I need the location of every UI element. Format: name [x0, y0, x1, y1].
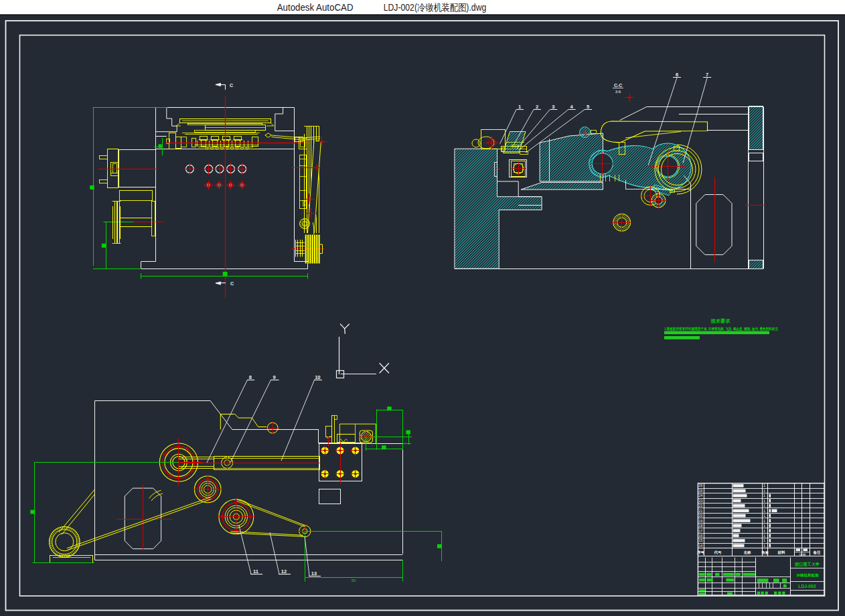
svg-text:15: 15	[699, 538, 703, 542]
svg-text:50: 50	[352, 579, 356, 583]
svg-text:1.装配前所有零件均需清洗干净, 不得有毛刺, 飞边, 氧化: 1.装配前所有零件均需清洗干净, 不得有毛刺, 飞边, 氧化皮, 锈蚀, 油污,…	[664, 327, 778, 331]
svg-text:代号: 代号	[713, 550, 722, 555]
svg-text:7: 7	[706, 72, 708, 78]
svg-text:1: 1	[763, 529, 765, 533]
svg-text:13: 13	[311, 570, 317, 576]
svg-text:21: 21	[699, 509, 703, 513]
svg-text:18: 18	[699, 524, 703, 528]
svg-text:25: 25	[699, 489, 703, 493]
svg-text:1: 1	[518, 104, 521, 110]
svg-text:20: 20	[699, 514, 703, 518]
svg-text:1: 1	[763, 544, 765, 548]
svg-text:10: 10	[315, 374, 320, 380]
svg-text:材料: 材料	[777, 550, 785, 555]
svg-text:C: C	[230, 281, 234, 286]
svg-text:1: 1	[763, 504, 765, 508]
svg-text:14: 14	[699, 544, 703, 548]
svg-text:24: 24	[699, 493, 703, 497]
svg-text:名称: 名称	[743, 550, 751, 555]
svg-text:序号: 序号	[697, 550, 704, 555]
svg-text:23: 23	[699, 499, 703, 503]
svg-text:1: 1	[763, 493, 765, 497]
svg-text:17: 17	[699, 529, 703, 533]
svg-text:1: 1	[763, 483, 765, 487]
svg-text:1: 1	[763, 489, 765, 493]
svg-text:LDJ-002: LDJ-002	[798, 584, 816, 589]
svg-text:22: 22	[699, 504, 703, 508]
svg-text:19: 19	[699, 519, 703, 523]
svg-text:8: 8	[249, 374, 252, 380]
svg-text:9: 9	[273, 374, 276, 380]
svg-text:3: 3	[552, 104, 554, 110]
svg-text:C-C: C-C	[614, 83, 622, 88]
svg-text:11: 11	[253, 568, 258, 574]
svg-text:备注: 备注	[812, 550, 821, 555]
svg-text:技术要求: 技术要求	[710, 318, 731, 324]
svg-text:LDJ-002(冷镦机装配图).dwg: LDJ-002(冷镦机装配图).dwg	[384, 2, 487, 13]
svg-text:浙江理工大学: 浙江理工大学	[794, 562, 820, 567]
svg-text:5: 5	[587, 104, 589, 110]
svg-text:1: 1	[763, 509, 765, 513]
svg-text:6: 6	[676, 72, 678, 78]
svg-text:12: 12	[281, 568, 287, 574]
svg-text:2: 2	[536, 104, 538, 110]
svg-text:Autodesk AutoCAD: Autodesk AutoCAD	[277, 2, 354, 13]
svg-text:1: 1	[763, 534, 765, 538]
svg-text:3:6: 3:6	[615, 89, 621, 94]
svg-text:冷镦机装配图: 冷镦机装配图	[796, 573, 819, 578]
svg-text:1: 1	[763, 519, 765, 523]
svg-text:16: 16	[699, 534, 703, 538]
svg-text:1: 1	[763, 499, 765, 503]
svg-text:1: 1	[763, 524, 765, 528]
svg-text:1: 1	[763, 514, 765, 518]
svg-text:C: C	[230, 83, 233, 88]
svg-text:数量: 数量	[761, 550, 769, 554]
svg-text:26: 26	[699, 483, 703, 487]
svg-text:1: 1	[763, 538, 765, 542]
